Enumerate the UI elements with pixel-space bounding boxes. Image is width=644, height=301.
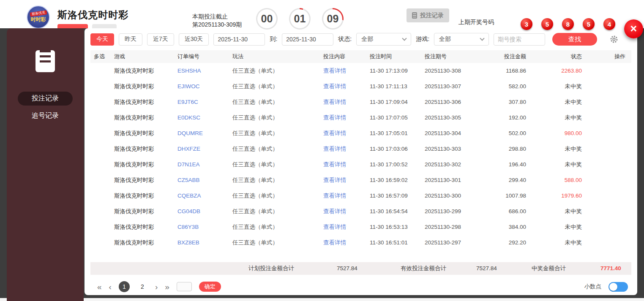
last-draw-label: 上期开奖号码 [458,19,494,26]
row-play-type: 任三直选（单式） [228,110,319,125]
planned-total-value: 7527.84 [337,262,357,275]
row-view-details-link[interactable]: 查看详情 [319,203,366,219]
decimal-point-label: 小数点 [584,283,602,290]
row-bet-amount: 1168.86 [484,63,539,79]
row-select-cell[interactable] [90,219,110,235]
sidebar-item-bet-records[interactable]: 投注记录 [18,92,73,106]
row-view-details-link[interactable]: 查看详情 [319,235,366,250]
row-order-number-link[interactable]: C86Y3B [173,219,228,235]
row-order-number-link[interactable]: ESHSHA [173,63,228,79]
page-1-button[interactable]: 1 [119,281,130,292]
row-select-cell[interactable] [90,235,110,250]
records-table: 多选 游戏 订单编号 玩法 投注内容 投注时间 投注期号 投注金额 状态 操作 … [90,50,631,250]
period-search-input[interactable] [494,33,545,46]
row-view-details-link[interactable]: 查看详情 [319,141,366,157]
status-select[interactable]: 全部 [356,33,411,46]
countdown-timer: 00 01 09 [256,8,344,30]
game-select[interactable]: 全部 [434,33,489,46]
row-bet-time: 11-30 16:54:54 [366,203,420,219]
row-select-cell[interactable] [90,141,110,157]
row-select-cell[interactable] [90,94,110,110]
row-select-cell[interactable] [90,157,110,172]
row-order-number-link[interactable]: E0DKSC [173,110,228,125]
date-to-input[interactable] [282,33,333,46]
last-page-button[interactable]: » [165,283,169,291]
row-order-number-link[interactable]: EJIWOC [173,79,228,94]
row-view-details-link[interactable]: 查看详情 [319,219,366,235]
row-bet-amount: 307.80 [484,94,539,110]
decimal-point-toggle[interactable] [609,282,628,292]
row-order-number-link[interactable]: DHXFZE [173,141,228,157]
row-view-details-link[interactable]: 查看详情 [319,110,366,125]
row-status: 未中奖 [539,141,598,157]
row-action-cell [598,172,631,188]
row-view-details-link[interactable]: 查看详情 [319,63,366,79]
row-select-cell[interactable] [90,172,110,188]
row-game-name: 斯洛伐克时时彩 [110,110,173,125]
col-header-bet-amount: 投注金额 [484,50,539,63]
deadline-label: 本期投注截止 [192,13,242,21]
row-view-details-link[interactable]: 查看详情 [319,125,366,141]
page-2-button[interactable]: 2 [137,281,148,292]
row-order-number-link[interactable]: CG04DB [173,203,228,219]
table-row: 斯洛伐克时时彩BXZ8EB任三直选（单式）查看详情11-30 16:51:012… [90,235,631,250]
row-order-number-link[interactable]: BXZ8EB [173,235,228,250]
row-game-name: 斯洛伐克时时彩 [110,125,173,141]
row-select-cell[interactable] [90,188,110,203]
table-row: 斯洛伐克时时彩E9JT6C任三直选（单式）查看详情11-30 17:09:042… [90,94,631,110]
row-order-number-link[interactable]: E9JT6C [173,94,228,110]
win-total-label: 中奖金额合计 [532,262,566,275]
search-button[interactable]: 查找 [552,33,597,46]
game-select-value: 全部 [439,35,451,43]
status-label: 状态: [338,35,352,43]
partial-tab-active[interactable] [57,24,88,28]
row-game-name: 斯洛伐克时时彩 [110,94,173,110]
row-select-cell[interactable] [90,79,110,94]
row-view-details-link[interactable]: 查看详情 [319,94,366,110]
first-page-button[interactable]: « [97,283,102,291]
close-button[interactable]: × [624,19,643,38]
row-view-details-link[interactable]: 查看详情 [319,157,366,172]
page-title: 斯洛伐克时时彩 [57,8,128,22]
row-order-number-link[interactable]: CZ5ABB [173,172,228,188]
settings-gear-icon[interactable] [609,35,619,44]
partial-tab[interactable] [92,24,117,28]
prev-page-button[interactable]: ‹ [109,283,112,291]
confirm-button[interactable]: 确定 [199,282,221,292]
row-bet-period: 20251130-306 [420,94,484,110]
row-view-details-link[interactable]: 查看详情 [319,172,366,188]
row-status: 未中奖 [539,235,598,250]
row-view-details-link[interactable]: 查看详情 [319,79,366,94]
row-bet-amount: 502.00 [484,125,539,141]
row-select-cell[interactable] [90,63,110,79]
row-action-cell [598,235,631,250]
row-view-details-link[interactable]: 查看详情 [319,188,366,203]
filter-last7days-button[interactable]: 近7天 [147,33,174,46]
row-select-cell[interactable] [90,125,110,141]
pagination-bar: « ‹ 1 2 › » 确定 小数点 [90,278,631,295]
toggle-knob [609,283,617,291]
sidebar-item-chase-records[interactable]: 追号记录 [18,109,73,123]
col-header-bet-period: 投注期号 [420,50,484,63]
row-select-cell[interactable] [90,203,110,219]
filter-yesterday-button[interactable]: 昨天 [119,33,142,46]
deadline-block: 本期投注截止 第20251130-309期 [192,13,242,29]
row-status: 1979.60 [539,188,598,203]
next-page-button[interactable]: › [155,283,158,291]
date-from-input[interactable] [213,33,265,46]
row-bet-time: 11-30 16:59:02 [366,172,420,188]
row-bet-period: 20251130-299 [420,203,484,219]
filter-last30days-button[interactable]: 近30天 [179,33,209,46]
row-order-number-link[interactable]: DQUMRE [173,125,228,141]
table-row: 斯洛伐克时时彩D7N1EA任三直选（单式）查看详情11-30 17:00:522… [90,157,631,172]
page-jump-input[interactable] [177,282,192,291]
bet-records-button[interactable]: 投注记录 [407,8,449,22]
filter-today-button[interactable]: 今天 [90,33,114,46]
row-order-number-link[interactable]: CQEBZA [173,188,228,203]
row-select-cell[interactable] [90,110,110,125]
page: 斯洛伐克 时时彩 斯洛伐克时时彩 本期投注截止 第20251130-309期 0… [0,0,644,301]
row-order-number-link[interactable]: D7N1EA [173,157,228,172]
row-play-type: 任三直选（单式） [228,235,319,250]
row-play-type: 任三直选（单式） [228,219,319,235]
countdown-hours-circle: 00 [256,8,278,30]
